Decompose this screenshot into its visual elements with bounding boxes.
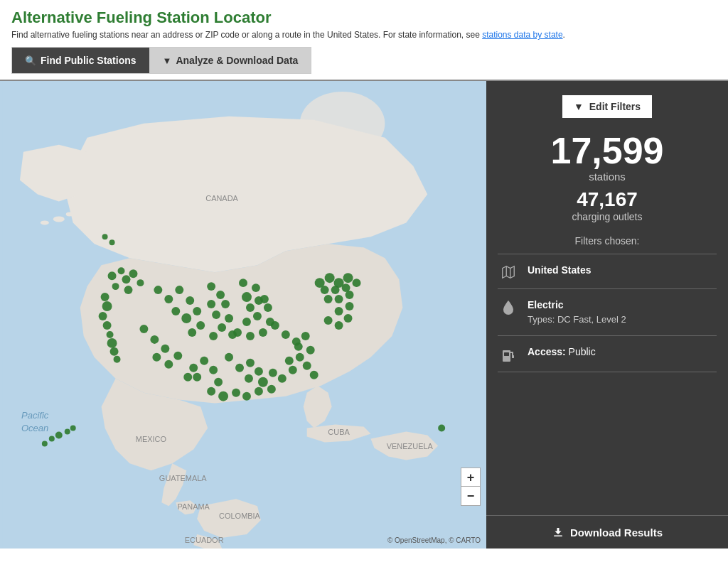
- svg-point-34: [154, 286, 162, 294]
- download-results-button[interactable]: Download Results: [486, 515, 728, 549]
- svg-point-14: [118, 267, 125, 274]
- svg-point-38: [171, 307, 180, 315]
- svg-point-105: [65, 429, 70, 435]
- zoom-out-button[interactable]: −: [461, 487, 480, 505]
- svg-rect-125: [554, 536, 562, 537]
- svg-point-51: [209, 332, 218, 340]
- svg-point-16: [112, 283, 119, 290]
- svg-point-89: [325, 273, 335, 283]
- svg-point-108: [70, 426, 76, 431]
- svg-point-15: [122, 275, 131, 283]
- filter-location-text: United States: [528, 263, 591, 278]
- svg-point-62: [233, 328, 242, 337]
- station-label: stations: [498, 171, 717, 183]
- svg-point-112: [200, 357, 208, 365]
- svg-point-80: [301, 332, 310, 340]
- tab-analyze-download[interactable]: ▼ Analyze & Download Data: [150, 47, 312, 74]
- download-label: Download Results: [570, 526, 663, 539]
- svg-point-24: [107, 331, 114, 338]
- page-subtitle: Find alternative fueling stations near a…: [11, 30, 717, 40]
- svg-point-44: [216, 291, 225, 299]
- tab-analyze-label: Analyze & Download Data: [176, 55, 298, 66]
- svg-point-66: [225, 353, 233, 362]
- svg-point-23: [103, 321, 112, 330]
- filter-fuel-row: Electric Types: DC Fast, Level 2: [498, 289, 717, 336]
- zoom-in-button[interactable]: +: [461, 468, 480, 487]
- svg-text:CUBA: CUBA: [328, 428, 350, 436]
- svg-point-26: [110, 347, 119, 356]
- stations-by-state-link[interactable]: stations data by state: [482, 30, 562, 40]
- filters-chosen-label: Filters chosen:: [498, 235, 717, 247]
- edit-filters-button[interactable]: ▼ Edit Filters: [562, 95, 652, 118]
- svg-point-111: [438, 425, 445, 432]
- filter-location-title: United States: [528, 264, 591, 276]
- svg-point-63: [246, 332, 255, 340]
- svg-point-99: [346, 302, 354, 310]
- tabs-container: 🔍 Find Public Stations ▼ Analyze & Downl…: [11, 47, 717, 74]
- svg-point-91: [343, 273, 353, 283]
- svg-point-37: [186, 296, 194, 305]
- svg-point-116: [218, 391, 228, 401]
- svg-point-109: [102, 234, 108, 239]
- svg-point-21: [102, 301, 112, 311]
- svg-point-61: [242, 318, 251, 326]
- svg-point-45: [207, 300, 215, 308]
- svg-rect-124: [512, 355, 514, 358]
- svg-point-73: [278, 374, 287, 383]
- svg-point-72: [269, 369, 277, 377]
- svg-point-107: [42, 441, 48, 446]
- svg-point-119: [183, 373, 192, 382]
- search-icon: 🔍: [25, 55, 36, 66]
- svg-point-3: [41, 220, 49, 225]
- svg-point-58: [264, 303, 272, 312]
- svg-point-84: [285, 357, 294, 365]
- svg-point-46: [221, 300, 230, 308]
- svg-point-69: [255, 367, 263, 376]
- svg-text:COLOMBIA: COLOMBIA: [219, 512, 261, 520]
- svg-point-110: [109, 239, 115, 245]
- svg-text:GUATEMALA: GUATEMALA: [159, 474, 207, 482]
- gas-pump-icon: [501, 346, 515, 363]
- svg-text:VENEZUELA: VENEZUELA: [387, 442, 434, 450]
- filter-access-title: Access:: [528, 346, 566, 357]
- filter-fuel-detail: Types: DC Fast, Level 2: [528, 313, 626, 327]
- svg-point-70: [245, 374, 253, 383]
- filter-access-detail: Public: [569, 346, 596, 357]
- svg-point-47: [212, 310, 220, 319]
- filter-access-icon-wrap: [498, 345, 519, 363]
- header: Alternative Fueling Station Locator Find…: [0, 0, 728, 80]
- svg-point-56: [246, 303, 255, 312]
- filter-access-text: Access: Public: [528, 345, 596, 360]
- svg-point-18: [136, 279, 144, 286]
- svg-point-86: [303, 362, 311, 370]
- filter-icon: ▼: [163, 55, 172, 66]
- svg-point-102: [335, 321, 343, 330]
- drop-icon: [502, 299, 515, 316]
- svg-point-113: [209, 366, 218, 374]
- tab-find-stations[interactable]: 🔍 Find Public Stations: [11, 47, 150, 74]
- svg-point-115: [207, 387, 215, 396]
- map-attribution: © OpenStreetMap, © CARTO: [387, 536, 481, 544]
- svg-rect-123: [504, 352, 509, 356]
- outlet-count: 47,167: [498, 190, 717, 210]
- svg-point-35: [164, 295, 173, 303]
- svg-point-92: [321, 286, 329, 294]
- ocean-label: PacificOcean: [21, 409, 48, 435]
- svg-point-36: [175, 286, 183, 294]
- svg-text:PANAMA: PANAMA: [177, 502, 210, 511]
- main-content: CANADA MEXICO CUBA GUATEMALA PANAMA VENE…: [0, 80, 728, 549]
- svg-point-95: [353, 279, 361, 287]
- svg-text:MEXICO: MEXICO: [136, 435, 166, 443]
- svg-point-41: [196, 321, 205, 330]
- svg-point-67: [235, 364, 244, 372]
- svg-point-2: [53, 216, 65, 222]
- svg-point-42: [188, 328, 196, 337]
- svg-point-49: [218, 323, 226, 332]
- svg-point-13: [108, 271, 117, 280]
- svg-point-43: [207, 282, 215, 291]
- svg-point-75: [255, 387, 263, 396]
- tab-find-label: Find Public Stations: [41, 55, 136, 66]
- svg-point-97: [335, 295, 343, 303]
- svg-text:CANADA: CANADA: [205, 194, 238, 202]
- svg-point-48: [225, 314, 233, 323]
